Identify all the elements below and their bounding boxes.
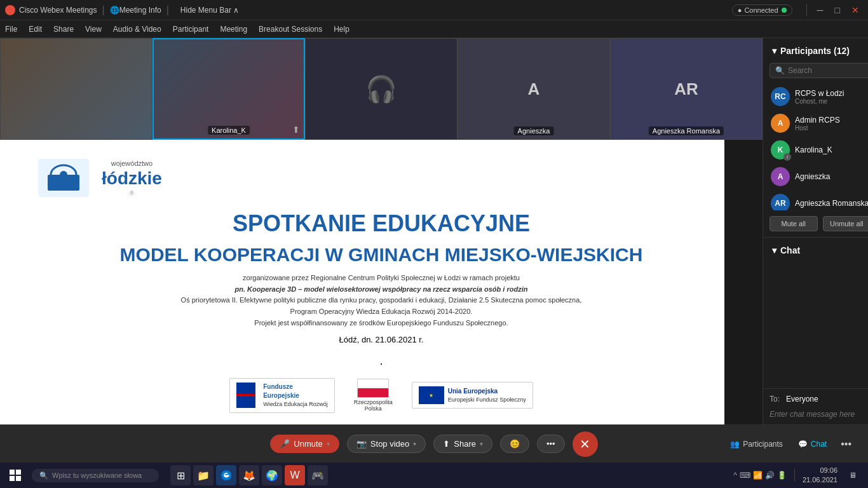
meeting-info-link[interactable]: Meeting Info (119, 6, 161, 15)
participant-item-romanska: AR Agnieszka Romanska 🎤 (763, 190, 868, 210)
chat-to-label: To: (770, 395, 780, 403)
taskbar-search-placeholder: Wpisz tu wyszukiwane słowa (52, 471, 142, 479)
menu-view[interactable]: View (85, 25, 102, 34)
tray-keyboard-icon[interactable]: ⌨ (740, 471, 750, 480)
menu-audio-video[interactable]: Audio & Video (113, 25, 161, 34)
windows-logo-icon (10, 470, 21, 481)
thumbnail-1[interactable] (0, 38, 153, 140)
connected-dot (782, 8, 787, 13)
maximize-button[interactable]: □ (831, 5, 844, 15)
taskbar-search[interactable]: 🔍 Wpisz tu wyszukiwane słowa (32, 469, 159, 482)
camera-feed-headphone: 🎧 (306, 39, 457, 139)
participant-item-agnieszka: A Agnieszka 🎤 (763, 163, 868, 190)
chat-header: ▾ Chat ✕ (763, 238, 868, 262)
taskbar-icon-webex[interactable]: W (285, 465, 305, 485)
separator2: | (166, 4, 169, 16)
menu-file[interactable]: File (5, 25, 17, 34)
participant-name-admin: Admin RCPS (795, 116, 868, 125)
menu-breakout-sessions[interactable]: Breakout Sessions (259, 25, 322, 34)
camera-feed-1 (1, 39, 152, 139)
fe-title: FunduszeEuropejskie (263, 383, 328, 400)
presentation-date: Łódź, dn. 21.06.2021 r. (38, 335, 724, 344)
end-call-icon: ✕ (580, 437, 590, 452)
close-button[interactable]: ✕ (848, 5, 863, 15)
connected-text: Connected (744, 6, 778, 14)
reactions-button[interactable]: 😊 (500, 435, 529, 453)
participants-count: Participants (12) (780, 46, 850, 56)
body-line1: zorganizowane przez Regionalne Centrum P… (38, 273, 724, 284)
taskbar-right: ^ ⌨ 📶 🔊 🔋 09:06 21.06.2021 🖥 (733, 465, 863, 485)
pl-flag-icon (357, 379, 389, 398)
tray-battery-icon[interactable]: 🔋 (777, 471, 787, 480)
thumbnail-agnieszka-romanska[interactable]: AR Agnieszka Romanska (610, 38, 763, 140)
body-line4: Projekt jest współfinansowany ze środków… (38, 318, 724, 329)
tray-volume-icon[interactable]: 🔊 (765, 471, 775, 480)
unmute-button[interactable]: 🎤 Unmute ▾ (270, 435, 339, 453)
menu-edit[interactable]: Edit (29, 25, 42, 34)
more-button[interactable]: ••• (537, 435, 565, 453)
hide-menu-link[interactable]: Hide Menu Bar ∧ (180, 6, 239, 15)
taskbar-icon-chrome[interactable]: 🌍 (262, 465, 282, 485)
chat-title: ▾ Chat (772, 245, 800, 255)
search-input[interactable] (788, 66, 868, 75)
presentation-area: województwo łódzkie ® SPOTKANIE EDUKACYJ… (0, 140, 763, 424)
chat-message-input[interactable] (770, 410, 868, 419)
fe-text: FunduszeEuropejskie Wiedza Edukacja Rozw… (263, 383, 328, 409)
chat-panel-button[interactable]: 💬 Chat (793, 437, 832, 451)
thumbnail-headphone[interactable]: 🎧 (305, 38, 458, 140)
menu-share[interactable]: Share (53, 25, 74, 34)
participant-name-rcps: RCPS w Łodzi (795, 89, 862, 98)
mute-all-button[interactable]: Mute all (770, 216, 818, 231)
menu-help[interactable]: Help (334, 25, 349, 34)
stop-video-button[interactable]: 📷 Stop video ▾ (347, 435, 426, 453)
right-panel: ▾ Participants (12) ✕ 🔍 ≡ RC RCPS w Łodz… (763, 38, 868, 424)
body-line2: Oś priorytetowa II. Efektywne polityki p… (38, 295, 724, 306)
taskbar-icon-firefox[interactable]: 🦊 (239, 465, 259, 485)
more-icon: ••• (546, 439, 555, 449)
chat-to-select[interactable]: Everyone (783, 394, 868, 404)
date-display: 21.06.2021 (803, 475, 837, 485)
cisco-webex-icon (5, 5, 15, 15)
notification-icon[interactable]: 🖥 (843, 465, 863, 485)
search-icon: 🔍 (775, 66, 785, 75)
woj-text: województwo (111, 159, 153, 167)
thumb-label-agnieszka: Agnieszka (514, 126, 554, 135)
start-button[interactable] (5, 465, 25, 485)
tray-network-icon[interactable]: 📶 (753, 471, 763, 480)
main-content: Karolina_K ⬆ 🎧 A Agnieszka AR Agnieszka … (0, 38, 868, 424)
participants-title: ▾ Participants (12) (772, 46, 850, 56)
unmute-all-button[interactable]: Unmute all (823, 216, 869, 231)
taskbar-icon-edge[interactable] (216, 465, 236, 485)
menu-participant[interactable]: Participant (173, 25, 209, 34)
menu-meeting[interactable]: Meeting (220, 25, 247, 34)
minimize-button[interactable]: ─ (813, 5, 827, 15)
participant-avatar-admin: A (771, 114, 790, 133)
thumbnail-agnieszka[interactable]: A Agnieszka (458, 38, 610, 140)
share-icon: ⬆ (443, 439, 450, 449)
more-right-button[interactable]: ••• (837, 436, 855, 452)
lodzkie-text: łódzkie (102, 168, 162, 189)
logo-area: województwo łódzkie ® (38, 159, 724, 197)
share-button[interactable]: ⬆ Share ▾ (433, 435, 492, 453)
participant-avatar-romanska: AR (771, 194, 790, 210)
share-icon: ⬆ (292, 125, 300, 135)
dark-overlay-right (724, 140, 763, 424)
separator-dot: · (38, 357, 724, 370)
fe-sub: Wiedza Edukacja Rozwój (263, 400, 328, 409)
eu-flag-icon2: ★ (419, 386, 444, 404)
taskbar-icon-game[interactable]: 🎮 (308, 465, 328, 485)
connected-icon: ● (738, 6, 742, 14)
participants-panel-button[interactable]: 👥 Participants (725, 437, 788, 451)
taskbar-icon-multitask[interactable]: ⊞ (170, 465, 191, 485)
search-icon: 🔍 (39, 471, 48, 480)
stop-video-arrow: ▾ (413, 440, 416, 447)
logo-lodzkie: województwo łódzkie ® (102, 159, 162, 196)
thumbnail-karolina[interactable]: Karolina_K ⬆ (153, 38, 305, 140)
body-bold: pn. Kooperacje 3D – model wielosektorowe… (235, 285, 528, 293)
tray-expand-icon[interactable]: ^ (733, 471, 737, 480)
end-call-button[interactable]: ✕ (573, 431, 598, 457)
taskbar-app-icons: ⊞ 📁 🦊 🌍 W 🎮 (170, 465, 328, 485)
thumbnail-strip: Karolina_K ⬆ 🎧 A Agnieszka AR Agnieszka … (0, 38, 763, 140)
logo-unia-europejska: ★ Unia Europejska Europejski Fundusz Spo… (412, 382, 533, 409)
taskbar-icon-explorer[interactable]: 📁 (193, 465, 214, 485)
